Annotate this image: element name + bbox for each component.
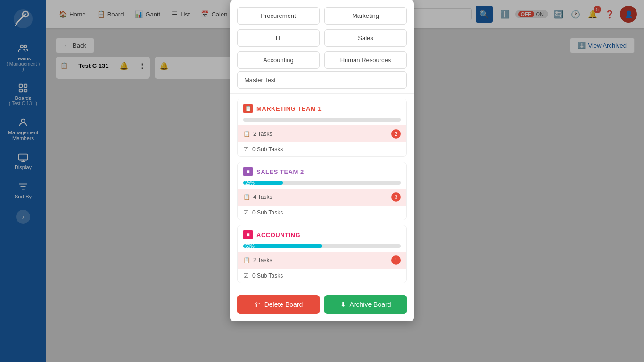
board-card-subtasks-sales[interactable]: ☑ 0 Sub Tasks [238,206,406,220]
team-chip-accounting[interactable]: Accounting [237,51,320,69]
board-card-title-sales: SALES TEAM 2 [256,168,304,175]
archive-board-button[interactable]: ⬇ Archive Board [324,295,407,314]
board-card-subtasks-accounting[interactable]: ☑ 0 Sub Tasks [238,269,406,283]
board-card-title-marketing: MARKETING TEAM 1 [256,105,322,112]
progress-fill-sales: 25% [243,181,283,185]
tasks-badge-marketing: 2 [391,129,401,139]
delete-board-button[interactable]: 🗑 Delete Board [237,295,320,314]
board-card-icon-marketing: 📋 [243,104,253,113]
progress-bar-marketing [243,118,401,122]
team-chip-marketing[interactable]: Marketing [324,7,407,25]
board-card-title-accounting: ACCOUNTING [256,231,300,239]
modal-divider [230,93,414,94]
tasks-icon-sales: 📋 [243,194,250,200]
board-card-sales-team-2: ■ SALES TEAM 2 25% 25% 📋 4 Tasks 3 ☑ 0 S… [237,162,407,220]
board-card-marketing-team-1: 📋 MARKETING TEAM 1 📋 2 Tasks 2 ☑ 0 Sub T… [237,99,407,157]
tasks-icon-accounting: 📋 [243,257,250,263]
team-chip-sales[interactable]: Sales [324,29,407,47]
team-grid: Procurement Marketing IT Sales Accountin… [230,0,414,71]
board-card-accounting: ■ ACCOUNTING 50% 50% 📋 2 Tasks 1 ☑ 0 Sub… [237,225,407,283]
modal-footer: 🗑 Delete Board ⬇ Archive Board [230,288,414,321]
team-chip-it[interactable]: IT [237,29,320,47]
board-card-tasks-marketing[interactable]: 📋 2 Tasks 2 [238,125,406,142]
subtasks-check-icon-accounting: ☑ [243,272,248,279]
board-card-tasks-accounting[interactable]: 📋 2 Tasks 1 [238,252,406,269]
modal-dialog: Procurement Marketing IT Sales Accountin… [230,0,414,321]
board-card-icon-accounting: ■ [243,230,253,239]
trash-icon: 🗑 [254,301,261,308]
team-chip-master-test[interactable]: Master Test [237,71,407,89]
tasks-badge-accounting: 1 [391,255,401,265]
progress-bar-accounting: 50% [243,244,401,248]
tasks-badge-sales: 3 [391,192,401,202]
board-card-subtasks-marketing[interactable]: ☑ 0 Sub Tasks [238,142,406,156]
team-chip-human-resources[interactable]: Human Resources [324,51,407,69]
tasks-icon-marketing: 📋 [243,131,250,137]
board-card-icon-sales: ■ [243,167,253,176]
archive-down-icon: ⬇ [340,301,346,308]
team-chip-procurement[interactable]: Procurement [237,7,320,25]
subtasks-check-icon-sales: ☑ [243,209,248,216]
progress-fill-accounting: 50% [243,244,322,248]
progress-bar-sales: 25% [243,181,401,185]
board-card-tasks-sales[interactable]: 📋 4 Tasks 3 [238,189,406,206]
subtasks-check-icon-marketing: ☑ [243,146,248,153]
